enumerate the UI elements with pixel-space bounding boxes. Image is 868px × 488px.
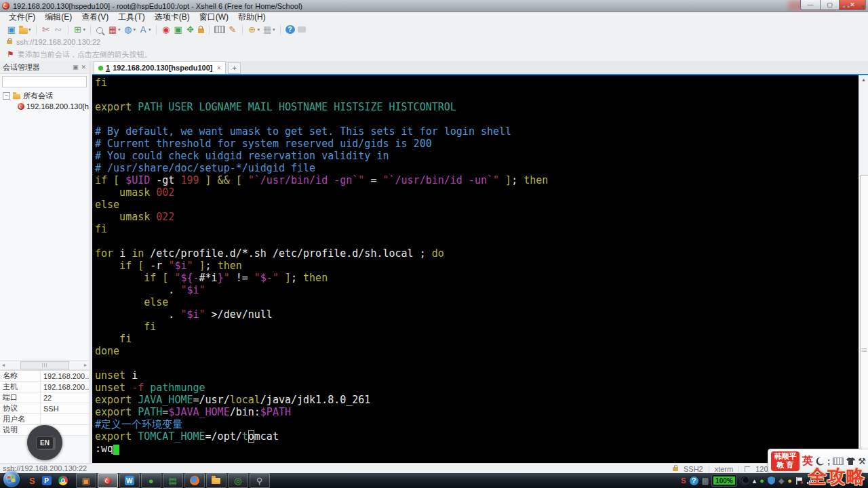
hidden-icons-button[interactable]: ▴: [753, 476, 757, 485]
app-p-icon[interactable]: P: [42, 476, 52, 485]
app-circle-icon-button[interactable]: ◎: [228, 473, 248, 488]
dropdown-caret-icon[interactable]: ▾: [28, 27, 31, 33]
layout-icon[interactable]: ▦▾: [262, 24, 275, 35]
encoding-globe-icon[interactable]: ◍▾: [123, 24, 136, 35]
help-tray-icon[interactable]: ?: [690, 476, 698, 485]
properties-icon[interactable]: ▦▾: [108, 24, 121, 35]
tab-close-icon[interactable]: ✕: [217, 65, 222, 71]
firefox-icon[interactable]: [190, 476, 199, 485]
menu-item-6[interactable]: 帮助(H): [233, 12, 271, 23]
tray-shield-icon[interactable]: [768, 476, 775, 485]
app-window-icon[interactable]: ▣: [82, 476, 90, 486]
quill-icon[interactable]: ✎: [228, 24, 237, 35]
font-icon[interactable]: A▾: [138, 24, 151, 35]
xshell-taskbar-icon[interactable]: [104, 477, 111, 485]
keyboard-icon[interactable]: [214, 26, 225, 33]
maximize-button[interactable]: ▢: [821, 0, 840, 10]
dropdown-caret-icon[interactable]: ▾: [258, 27, 260, 33]
message-icon[interactable]: [298, 26, 306, 33]
dropdown-caret-icon[interactable]: ▾: [118, 27, 121, 33]
tray-flag-icon[interactable]: [795, 477, 804, 485]
menu-item-2[interactable]: 查看(V): [77, 12, 113, 23]
menu-item-3[interactable]: 工具(T): [113, 12, 149, 23]
sogou-tray-icon[interactable]: S: [681, 476, 686, 485]
panel-close-icon[interactable]: ✕: [81, 64, 86, 70]
transfer-new-icon[interactable]: ⊕▾: [248, 24, 260, 35]
dropdown-caret-icon[interactable]: ▾: [149, 27, 151, 33]
hscroll-right-icon[interactable]: ▸: [84, 362, 87, 368]
help-icon[interactable]: ?: [285, 25, 295, 34]
app-window-icon-button[interactable]: ▣: [76, 473, 96, 488]
new-terminal-icon[interactable]: ⊞▾: [73, 24, 86, 35]
ime-skin-icon[interactable]: [846, 458, 855, 465]
new-session-icon[interactable]: ▣: [7, 24, 16, 35]
app-sheet-icon-button[interactable]: ▤: [163, 473, 183, 488]
tray-green-icon[interactable]: ●: [760, 476, 764, 485]
app-w-icon[interactable]: W: [125, 476, 134, 485]
dropdown-caret-icon[interactable]: ▾: [83, 27, 86, 33]
explorer-icon-button[interactable]: [206, 473, 226, 488]
hscroll-thumb[interactable]: [20, 361, 69, 369]
ime-keyboard-icon[interactable]: [833, 458, 844, 465]
minimize-button[interactable]: —: [800, 0, 821, 10]
dropdown-caret-icon[interactable]: ▾: [134, 27, 136, 33]
tray-pin-icon[interactable]: ◆: [778, 476, 784, 485]
new-tab-button[interactable]: +: [228, 62, 241, 74]
status-protocol: SSH2: [684, 465, 703, 473]
terminal-output[interactable]: fi export PATH USER LOGNAME MAIL HOSTNAM…: [92, 75, 859, 463]
menu-item-0[interactable]: 文件(F): [4, 12, 40, 23]
reconnect-icon[interactable]: ∾: [54, 24, 63, 35]
firefox-icon-button[interactable]: [184, 473, 205, 488]
xftp-icon[interactable]: ▣: [174, 24, 183, 35]
explorer-icon[interactable]: [212, 478, 220, 484]
expander-icon[interactable]: −: [3, 92, 10, 100]
hscroll-left-icon[interactable]: ◂: [2, 362, 5, 368]
tray-moon-icon[interactable]: [740, 476, 749, 485]
app-tool-icon-button[interactable]: ⚲: [250, 473, 270, 488]
app-tool-icon[interactable]: ⚲: [256, 476, 263, 486]
sidebar-hscrollbar[interactable]: ◂ ▸: [0, 360, 89, 370]
lock-icon[interactable]: [198, 26, 204, 33]
tree-node-all-sessions[interactable]: − 所有会话: [3, 91, 89, 101]
app-circle-icon[interactable]: ◎: [234, 476, 241, 486]
find-icon[interactable]: [96, 26, 105, 34]
tab-active-session[interactable]: 1 192.168.200.130[hspedu100] ✕: [94, 61, 226, 74]
input-method-indicator[interactable]: EN: [27, 425, 62, 460]
menu-item-1[interactable]: 编辑(E): [40, 12, 77, 23]
app-green-icon[interactable]: ●: [149, 476, 154, 486]
pin-icon[interactable]: ▣: [73, 64, 79, 70]
status-separator: [738, 466, 739, 472]
xshell-taskbar-icon-button[interactable]: [98, 473, 118, 488]
disconnect-icon[interactable]: ✄: [41, 24, 51, 35]
clip-tray-icon[interactable]: ▥: [702, 476, 709, 485]
tab-list-dropdown-icon[interactable]: ▾: [861, 3, 864, 9]
open-folder-icon[interactable]: ▾: [19, 26, 31, 34]
sogou-launcher-icon[interactable]: S: [29, 476, 35, 486]
terminal-line: for i in /etc/profile.d/*.sh /etc/profil…: [95, 247, 859, 260]
tray-coin-icon[interactable]: ●: [787, 476, 792, 485]
scrollbar-thumb[interactable]: [860, 175, 868, 488]
scroll-up-icon[interactable]: ▲: [859, 75, 868, 84]
tab-scroll-arrows[interactable]: ◂▸: [842, 3, 853, 9]
menu-bar: 文件(F)编辑(E)查看(V)工具(T)选项卡(B)窗口(W)帮助(H): [0, 12, 868, 22]
toolbar-separator: [209, 25, 210, 35]
dropdown-caret-icon[interactable]: ▾: [273, 27, 275, 33]
app-green-icon-button[interactable]: ●: [141, 473, 161, 488]
app-sheet-icon[interactable]: ▤: [169, 476, 177, 486]
terminal-line: else: [95, 296, 859, 308]
start-button[interactable]: [3, 471, 20, 487]
tab-bar: 1 192.168.200.130[hspedu100] ✕ +: [92, 61, 868, 75]
help-icon: ?: [285, 25, 295, 34]
session-search-input[interactable]: [3, 78, 96, 86]
menu-item-5[interactable]: 窗口(W): [195, 12, 233, 23]
address-bar[interactable]: ssh://192.168.200.130:22: [0, 37, 868, 47]
terminal-scrollbar[interactable]: ▲ ▼: [859, 75, 868, 463]
battery-indicator[interactable]: 100%: [712, 475, 736, 486]
menu-item-4[interactable]: 选项卡(B): [150, 12, 195, 23]
session-search-box[interactable]: [2, 76, 87, 87]
xshell-icon[interactable]: ◉: [161, 24, 171, 35]
chrome-icon[interactable]: [58, 476, 68, 485]
tree-node-session[interactable]: 192.168.200.130[hspe: [3, 101, 89, 111]
fullscreen-icon[interactable]: ✥: [186, 24, 195, 35]
app-w-icon-button[interactable]: W: [119, 473, 140, 488]
